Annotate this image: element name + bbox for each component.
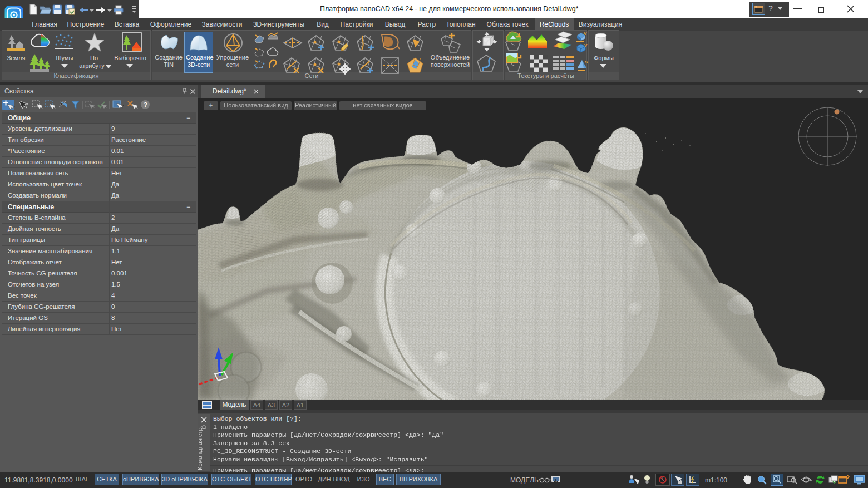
- svg-text:?: ?: [144, 101, 147, 108]
- svg-text:V: V: [584, 43, 588, 48]
- svg-text:V: V: [584, 31, 587, 36]
- svg-text:S: S: [585, 60, 588, 65]
